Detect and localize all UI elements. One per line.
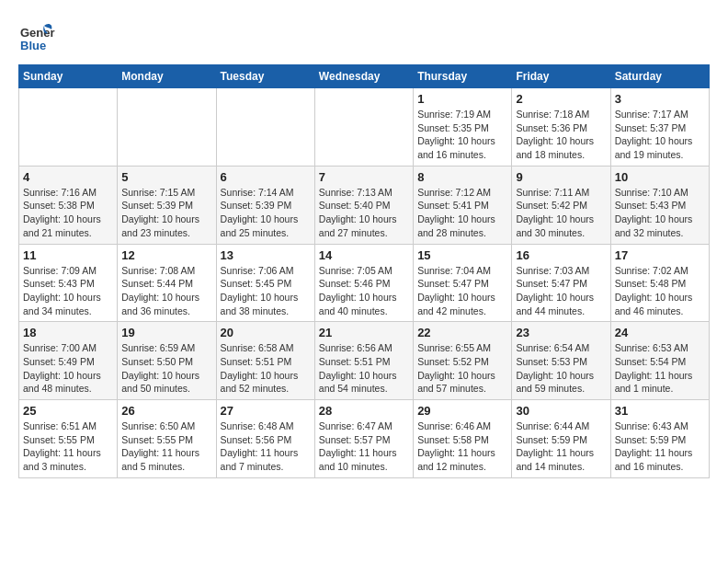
- day-cell: 23Sunrise: 6:54 AM Sunset: 5:53 PM Dayli…: [512, 322, 610, 400]
- day-cell: [118, 88, 216, 167]
- day-info: Sunrise: 7:02 AM Sunset: 5:48 PM Dayligh…: [615, 264, 705, 318]
- day-cell: 18Sunrise: 7:00 AM Sunset: 5:49 PM Dayli…: [19, 322, 118, 400]
- day-cell: 12Sunrise: 7:08 AM Sunset: 5:44 PM Dayli…: [118, 244, 216, 322]
- day-info: Sunrise: 7:05 AM Sunset: 5:46 PM Dayligh…: [319, 264, 409, 318]
- week-row-2: 4Sunrise: 7:16 AM Sunset: 5:38 PM Daylig…: [19, 166, 710, 244]
- day-number: 4: [23, 170, 113, 184]
- week-row-4: 18Sunrise: 7:00 AM Sunset: 5:49 PM Dayli…: [19, 322, 710, 400]
- day-cell: 21Sunrise: 6:56 AM Sunset: 5:51 PM Dayli…: [314, 322, 413, 400]
- day-number: 22: [417, 326, 507, 339]
- day-info: Sunrise: 7:00 AM Sunset: 5:49 PM Dayligh…: [23, 341, 113, 396]
- day-number: 14: [319, 248, 409, 262]
- day-cell: 19Sunrise: 6:59 AM Sunset: 5:50 PM Dayli…: [118, 322, 216, 400]
- day-number: 5: [121, 170, 211, 184]
- day-number: 9: [516, 170, 606, 184]
- day-cell: 3Sunrise: 7:17 AM Sunset: 5:37 PM Daylig…: [610, 88, 709, 167]
- day-cell: 9Sunrise: 7:11 AM Sunset: 5:42 PM Daylig…: [512, 166, 610, 244]
- day-cell: 29Sunrise: 6:46 AM Sunset: 5:58 PM Dayli…: [414, 400, 512, 478]
- day-info: Sunrise: 6:50 AM Sunset: 5:55 PM Dayligh…: [121, 419, 211, 474]
- day-number: 2: [516, 92, 606, 106]
- day-cell: 4Sunrise: 7:16 AM Sunset: 5:38 PM Daylig…: [19, 166, 118, 244]
- day-cell: 13Sunrise: 7:06 AM Sunset: 5:45 PM Dayli…: [216, 244, 314, 322]
- day-cell: 26Sunrise: 6:50 AM Sunset: 5:55 PM Dayli…: [118, 400, 216, 478]
- day-info: Sunrise: 7:18 AM Sunset: 5:36 PM Dayligh…: [516, 108, 606, 162]
- day-number: 29: [417, 404, 507, 418]
- weekday-header-wednesday: Wednesday: [314, 65, 413, 88]
- day-number: 12: [121, 248, 211, 262]
- day-cell: 6Sunrise: 7:14 AM Sunset: 5:39 PM Daylig…: [216, 166, 314, 244]
- day-number: 17: [615, 248, 705, 262]
- day-info: Sunrise: 6:44 AM Sunset: 5:59 PM Dayligh…: [516, 419, 606, 474]
- day-cell: 11Sunrise: 7:09 AM Sunset: 5:43 PM Dayli…: [19, 244, 118, 322]
- day-number: 3: [615, 92, 705, 106]
- day-cell: 24Sunrise: 6:53 AM Sunset: 5:54 PM Dayli…: [610, 322, 709, 400]
- day-number: 30: [516, 404, 606, 418]
- day-cell: 2Sunrise: 7:18 AM Sunset: 5:36 PM Daylig…: [512, 88, 610, 167]
- day-number: 24: [615, 326, 705, 339]
- day-number: 20: [221, 326, 311, 339]
- weekday-header-monday: Monday: [118, 65, 216, 88]
- day-info: Sunrise: 7:19 AM Sunset: 5:35 PM Dayligh…: [417, 108, 507, 162]
- day-info: Sunrise: 7:03 AM Sunset: 5:47 PM Dayligh…: [516, 264, 606, 318]
- day-info: Sunrise: 7:12 AM Sunset: 5:41 PM Dayligh…: [417, 186, 507, 240]
- day-cell: 20Sunrise: 6:58 AM Sunset: 5:51 PM Dayli…: [216, 322, 314, 400]
- day-info: Sunrise: 7:16 AM Sunset: 5:38 PM Dayligh…: [23, 186, 113, 240]
- logo-icon: General Blue: [18, 18, 55, 55]
- day-number: 28: [319, 404, 409, 418]
- day-number: 31: [615, 404, 705, 418]
- day-cell: 10Sunrise: 7:10 AM Sunset: 5:43 PM Dayli…: [610, 166, 709, 244]
- day-info: Sunrise: 7:17 AM Sunset: 5:37 PM Dayligh…: [615, 108, 705, 162]
- day-number: 6: [221, 170, 311, 184]
- day-cell: 15Sunrise: 7:04 AM Sunset: 5:47 PM Dayli…: [414, 244, 512, 322]
- svg-text:Blue: Blue: [20, 39, 46, 52]
- day-info: Sunrise: 6:55 AM Sunset: 5:52 PM Dayligh…: [417, 341, 507, 396]
- day-info: Sunrise: 6:47 AM Sunset: 5:57 PM Dayligh…: [319, 419, 409, 474]
- day-number: 21: [319, 326, 409, 339]
- day-cell: 14Sunrise: 7:05 AM Sunset: 5:46 PM Dayli…: [314, 244, 413, 322]
- day-number: 10: [615, 170, 705, 184]
- day-number: 13: [221, 248, 311, 262]
- day-cell: 16Sunrise: 7:03 AM Sunset: 5:47 PM Dayli…: [512, 244, 610, 322]
- day-info: Sunrise: 6:59 AM Sunset: 5:50 PM Dayligh…: [121, 341, 211, 396]
- day-info: Sunrise: 7:11 AM Sunset: 5:42 PM Dayligh…: [516, 186, 606, 240]
- day-info: Sunrise: 7:15 AM Sunset: 5:39 PM Dayligh…: [121, 186, 211, 240]
- week-row-3: 11Sunrise: 7:09 AM Sunset: 5:43 PM Dayli…: [19, 244, 710, 322]
- day-number: 8: [417, 170, 507, 184]
- weekday-header-friday: Friday: [512, 65, 610, 88]
- day-info: Sunrise: 7:13 AM Sunset: 5:40 PM Dayligh…: [319, 186, 409, 240]
- day-number: 26: [121, 404, 211, 418]
- week-row-5: 25Sunrise: 6:51 AM Sunset: 5:55 PM Dayli…: [19, 400, 710, 478]
- day-number: 1: [417, 92, 507, 106]
- logo: General Blue: [18, 18, 59, 55]
- weekday-header-thursday: Thursday: [414, 65, 512, 88]
- day-info: Sunrise: 6:46 AM Sunset: 5:58 PM Dayligh…: [417, 419, 507, 474]
- day-cell: 25Sunrise: 6:51 AM Sunset: 5:55 PM Dayli…: [19, 400, 118, 478]
- day-number: 11: [23, 248, 113, 262]
- day-cell: 30Sunrise: 6:44 AM Sunset: 5:59 PM Dayli…: [512, 400, 610, 478]
- day-cell: 28Sunrise: 6:47 AM Sunset: 5:57 PM Dayli…: [314, 400, 413, 478]
- day-info: Sunrise: 7:06 AM Sunset: 5:45 PM Dayligh…: [221, 264, 311, 318]
- weekday-header-sunday: Sunday: [19, 65, 118, 88]
- day-info: Sunrise: 7:08 AM Sunset: 5:44 PM Dayligh…: [121, 264, 211, 318]
- day-cell: 17Sunrise: 7:02 AM Sunset: 5:48 PM Dayli…: [610, 244, 709, 322]
- day-info: Sunrise: 6:56 AM Sunset: 5:51 PM Dayligh…: [319, 341, 409, 396]
- day-info: Sunrise: 6:54 AM Sunset: 5:53 PM Dayligh…: [516, 341, 606, 396]
- day-cell: 1Sunrise: 7:19 AM Sunset: 5:35 PM Daylig…: [414, 88, 512, 167]
- day-cell: 5Sunrise: 7:15 AM Sunset: 5:39 PM Daylig…: [118, 166, 216, 244]
- day-number: 15: [417, 248, 507, 262]
- day-info: Sunrise: 7:10 AM Sunset: 5:43 PM Dayligh…: [615, 186, 705, 240]
- day-cell: [19, 88, 118, 167]
- day-info: Sunrise: 7:14 AM Sunset: 5:39 PM Dayligh…: [221, 186, 311, 240]
- weekday-header-tuesday: Tuesday: [216, 65, 314, 88]
- day-info: Sunrise: 6:51 AM Sunset: 5:55 PM Dayligh…: [23, 419, 113, 474]
- day-info: Sunrise: 6:53 AM Sunset: 5:54 PM Dayligh…: [615, 341, 705, 396]
- day-cell: 22Sunrise: 6:55 AM Sunset: 5:52 PM Dayli…: [414, 322, 512, 400]
- day-number: 27: [221, 404, 311, 418]
- day-info: Sunrise: 7:04 AM Sunset: 5:47 PM Dayligh…: [417, 264, 507, 318]
- day-info: Sunrise: 6:48 AM Sunset: 5:56 PM Dayligh…: [221, 419, 311, 474]
- day-info: Sunrise: 6:58 AM Sunset: 5:51 PM Dayligh…: [221, 341, 311, 396]
- day-number: 23: [516, 326, 606, 339]
- week-row-1: 1Sunrise: 7:19 AM Sunset: 5:35 PM Daylig…: [19, 88, 710, 167]
- day-number: 18: [23, 326, 113, 339]
- day-cell: 8Sunrise: 7:12 AM Sunset: 5:41 PM Daylig…: [414, 166, 512, 244]
